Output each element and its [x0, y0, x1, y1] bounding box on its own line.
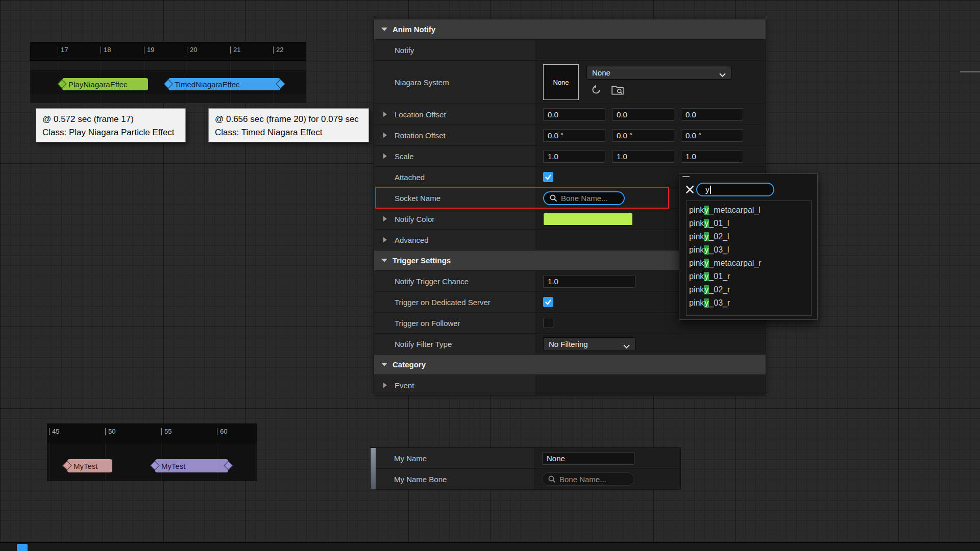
niagara-asset-combo[interactable]: None: [586, 66, 731, 80]
expand-arrow-icon[interactable]: [383, 112, 387, 117]
notify-filter-type-dropdown[interactable]: No Filtering: [543, 337, 635, 351]
notify-track[interactable]: PlayNiagaraEffec TimedNiagaraEffec: [30, 71, 306, 94]
notify-play-niagara-effect[interactable]: PlayNiagaraEffec: [62, 78, 148, 90]
tick-mark: [58, 46, 58, 54]
rotation-x-field[interactable]: 0.0 °: [543, 129, 605, 142]
tooltip-class-line: Class: Play Niagara Particle Effect: [42, 126, 179, 139]
bone-filter-search-input[interactable]: y: [696, 183, 774, 196]
collapse-triangle-icon: [381, 363, 387, 366]
row-label: Notify Filter Type: [395, 340, 452, 348]
text-caret: [710, 186, 711, 194]
scale-x-field[interactable]: 1.0: [543, 150, 605, 163]
tick-label: 21: [233, 46, 240, 54]
location-x-field[interactable]: 0.0: [543, 108, 605, 121]
row-value-cell: None: [535, 448, 680, 468]
notify-timed-niagara-effect[interactable]: TimedNiagaraEffec: [168, 78, 280, 90]
bottom-blue-chip[interactable]: [17, 544, 28, 551]
notify-label: TimedNiagaraEffec: [168, 80, 240, 89]
bone-option-match: y: [704, 219, 709, 228]
my-name-field[interactable]: None: [542, 452, 634, 465]
location-z-field[interactable]: 0.0: [681, 108, 743, 121]
panel-side-strip[interactable]: [371, 448, 376, 489]
thumbnail-label: None: [553, 79, 569, 86]
row-value-cell: 0.0 ° 0.0 ° 0.0 °: [536, 125, 766, 145]
timeline-gridline: [217, 442, 217, 481]
notify-label: PlayNiagaraEffec: [62, 80, 128, 89]
chevron-down-icon: [623, 342, 630, 346]
row-label: Niagara System: [395, 78, 449, 87]
row-label-cell: Notify Color: [374, 209, 536, 229]
row-label: Advanced: [395, 236, 429, 244]
timeline-ruler-bottom[interactable]: 45 50 55 60: [47, 423, 257, 442]
bone-option[interactable]: pinky_metacarpal_l: [687, 204, 811, 217]
section-title: Trigger Settings: [393, 256, 451, 265]
notify-track[interactable]: MyTest MyTest: [47, 442, 257, 481]
expand-arrow-icon[interactable]: [383, 216, 387, 221]
row-my-name: My Name None: [376, 448, 680, 469]
rotation-z-field[interactable]: 0.0 °: [681, 129, 743, 142]
search-icon: [549, 194, 557, 202]
use-selected-asset-icon[interactable]: [591, 84, 603, 95]
field-value: 0.0 °: [617, 131, 632, 140]
rotation-y-field[interactable]: 0.0 °: [612, 129, 674, 142]
timeline-gridline: [105, 442, 106, 481]
bone-option-text: _metacarpal_l: [709, 206, 761, 215]
bone-option[interactable]: pinky_02_r: [687, 283, 811, 296]
field-value: 0.0 °: [548, 131, 564, 140]
row-label: Notify: [395, 46, 414, 55]
bone-name-dropdown-popup: y pinky_metacarpal_l pinky_01_l pinky_02…: [679, 173, 818, 320]
location-y-field[interactable]: 0.0: [612, 108, 674, 121]
row-label: Trigger on Follower: [395, 319, 460, 328]
field-value: None: [547, 454, 565, 463]
field-value: 1.0: [617, 152, 627, 161]
expand-arrow-icon[interactable]: [383, 237, 387, 242]
attached-checkbox[interactable]: [543, 172, 553, 182]
bone-option[interactable]: pinky_03_r: [687, 296, 811, 310]
section-header-category[interactable]: Category: [374, 355, 766, 375]
dedicated-server-checkbox[interactable]: [543, 297, 553, 307]
bone-option-text: _03_r: [709, 298, 730, 308]
trigger-chance-field[interactable]: 1.0: [543, 275, 635, 288]
tick-mark: [144, 46, 144, 54]
expand-arrow-icon[interactable]: [383, 154, 387, 159]
niagara-asset-thumbnail[interactable]: None: [543, 64, 579, 100]
notify-color-swatch[interactable]: [543, 213, 633, 226]
chevron-down-icon: [719, 70, 726, 75]
timeline-gridline: [101, 61, 101, 103]
scale-y-field[interactable]: 1.0: [612, 150, 674, 163]
expand-arrow-icon[interactable]: [383, 383, 387, 388]
expand-arrow-icon[interactable]: [383, 133, 387, 138]
row-scale: Scale 1.0 1.0 1.0: [374, 146, 766, 167]
bone-option-match: y: [704, 285, 709, 294]
scale-z-field[interactable]: 1.0: [681, 150, 743, 163]
bone-option[interactable]: pinky_02_l: [687, 230, 811, 243]
notify-end-diamond[interactable]: [224, 461, 233, 470]
section-header-anim-notify[interactable]: Anim Notify: [374, 19, 766, 40]
timeline-gridline: [230, 61, 231, 103]
bone-option-match: y: [704, 298, 709, 308]
bone-option[interactable]: pinky_01_r: [687, 270, 811, 283]
bone-option-text: _02_l: [709, 232, 729, 241]
socket-name-search-input[interactable]: Bone Name...: [543, 191, 625, 205]
tick-label: 19: [147, 46, 154, 54]
follower-checkbox[interactable]: [543, 318, 553, 328]
row-value-cell: [536, 375, 766, 395]
tick-mark: [187, 46, 187, 54]
bone-option-text: pink: [689, 298, 704, 308]
bottom-edge-bar: [0, 542, 980, 551]
bone-option-text: _03_l: [709, 245, 729, 255]
bone-option-match: y: [704, 272, 709, 281]
row-label: Rotation Offset: [395, 131, 446, 140]
bone-option[interactable]: pinky_metacarpal_r: [687, 257, 811, 270]
my-name-bone-search-input[interactable]: Bone Name...: [542, 472, 634, 486]
browse-to-asset-icon[interactable]: [611, 84, 624, 95]
row-label-cell: Location Offset: [374, 104, 536, 124]
tooltip-class-line: Class: Timed Niagara Effect: [215, 126, 362, 139]
timeline-spacer: [30, 61, 306, 71]
bone-option[interactable]: pinky_03_l: [687, 243, 811, 257]
timeline-ruler-top[interactable]: 17 18 19 20 21 22: [30, 42, 306, 61]
bone-option[interactable]: pinky_01_l: [687, 217, 811, 230]
notify-end-diamond[interactable]: [276, 79, 285, 88]
notify-label: MyTest: [67, 462, 98, 470]
clear-search-icon[interactable]: [685, 185, 694, 194]
